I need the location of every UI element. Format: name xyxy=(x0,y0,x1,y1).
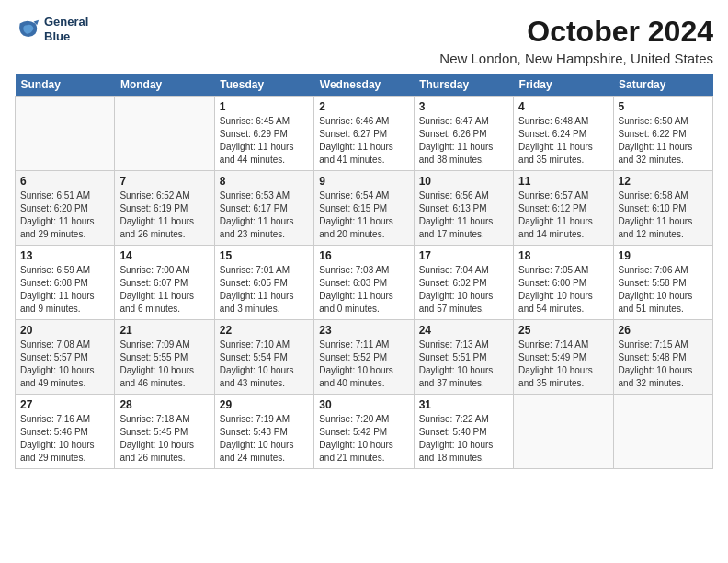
weekday-header-tuesday: Tuesday xyxy=(214,74,313,97)
weekday-header-monday: Monday xyxy=(115,74,214,97)
week-row-4: 20Sunrise: 7:08 AM Sunset: 5:57 PM Dayli… xyxy=(16,320,713,395)
week-row-3: 13Sunrise: 6:59 AM Sunset: 6:08 PM Dayli… xyxy=(16,246,713,320)
day-number: 16 xyxy=(319,249,408,262)
day-number: 12 xyxy=(619,175,708,188)
calendar-cell: 7Sunrise: 6:52 AM Sunset: 6:19 PM Daylig… xyxy=(115,171,214,246)
day-info: Sunrise: 7:10 AM Sunset: 5:54 PM Dayligh… xyxy=(220,339,309,390)
day-number: 18 xyxy=(518,249,608,262)
day-number: 1 xyxy=(220,100,309,113)
day-number: 28 xyxy=(119,398,209,411)
weekday-header-saturday: Saturday xyxy=(613,74,712,97)
day-info: Sunrise: 6:54 AM Sunset: 6:15 PM Dayligh… xyxy=(319,190,408,241)
calendar-cell: 25Sunrise: 7:14 AM Sunset: 5:49 PM Dayli… xyxy=(514,320,613,395)
weekday-header-wednesday: Wednesday xyxy=(314,74,414,97)
day-number: 7 xyxy=(119,175,209,188)
calendar-cell: 21Sunrise: 7:09 AM Sunset: 5:55 PM Dayli… xyxy=(115,320,214,395)
weekday-header-thursday: Thursday xyxy=(414,74,513,97)
calendar-cell: 12Sunrise: 6:58 AM Sunset: 6:10 PM Dayli… xyxy=(613,171,712,246)
day-info: Sunrise: 6:51 AM Sunset: 6:20 PM Dayligh… xyxy=(20,190,109,241)
day-number: 13 xyxy=(20,249,109,262)
calendar-cell: 22Sunrise: 7:10 AM Sunset: 5:54 PM Dayli… xyxy=(214,320,313,395)
day-number: 23 xyxy=(319,324,408,337)
day-number: 21 xyxy=(119,324,209,337)
calendar-cell: 2Sunrise: 6:46 AM Sunset: 6:27 PM Daylig… xyxy=(314,97,414,171)
weekday-header-sunday: Sunday xyxy=(16,74,115,97)
calendar-cell xyxy=(613,395,712,469)
day-number: 25 xyxy=(518,324,608,337)
calendar-cell: 5Sunrise: 6:50 AM Sunset: 6:22 PM Daylig… xyxy=(613,97,712,171)
calendar-cell: 30Sunrise: 7:20 AM Sunset: 5:42 PM Dayli… xyxy=(314,395,414,469)
weekday-header-row: SundayMondayTuesdayWednesdayThursdayFrid… xyxy=(16,74,713,97)
location-title: New London, New Hampshire, United States xyxy=(439,51,713,66)
calendar-cell: 15Sunrise: 7:01 AM Sunset: 6:05 PM Dayli… xyxy=(214,246,313,320)
day-info: Sunrise: 6:47 AM Sunset: 6:26 PM Dayligh… xyxy=(419,115,508,167)
day-info: Sunrise: 6:58 AM Sunset: 6:10 PM Dayligh… xyxy=(619,190,708,241)
calendar-cell: 17Sunrise: 7:04 AM Sunset: 6:02 PM Dayli… xyxy=(414,246,513,320)
calendar-cell: 18Sunrise: 7:05 AM Sunset: 6:00 PM Dayli… xyxy=(514,246,613,320)
day-number: 26 xyxy=(619,324,708,337)
day-number: 8 xyxy=(220,175,309,188)
calendar-cell xyxy=(115,97,214,171)
calendar-cell: 23Sunrise: 7:11 AM Sunset: 5:52 PM Dayli… xyxy=(314,320,414,395)
month-title: October 2024 xyxy=(439,15,713,49)
logo: General Blue xyxy=(15,15,88,43)
day-info: Sunrise: 7:15 AM Sunset: 5:48 PM Dayligh… xyxy=(619,339,708,390)
day-number: 2 xyxy=(319,100,408,113)
day-info: Sunrise: 6:48 AM Sunset: 6:24 PM Dayligh… xyxy=(518,115,608,167)
calendar-cell: 9Sunrise: 6:54 AM Sunset: 6:15 PM Daylig… xyxy=(314,171,414,246)
day-number: 15 xyxy=(220,249,309,262)
day-number: 31 xyxy=(419,398,508,411)
day-number: 14 xyxy=(119,249,209,262)
calendar-cell: 24Sunrise: 7:13 AM Sunset: 5:51 PM Dayli… xyxy=(414,320,513,395)
calendar-table: SundayMondayTuesdayWednesdayThursdayFrid… xyxy=(15,74,713,469)
title-block: October 2024 New London, New Hampshire, … xyxy=(439,15,713,66)
day-number: 29 xyxy=(220,398,309,411)
day-number: 20 xyxy=(20,324,109,337)
day-info: Sunrise: 7:00 AM Sunset: 6:07 PM Dayligh… xyxy=(119,264,209,316)
calendar-cell: 19Sunrise: 7:06 AM Sunset: 5:58 PM Dayli… xyxy=(613,246,712,320)
day-info: Sunrise: 7:05 AM Sunset: 6:00 PM Dayligh… xyxy=(518,264,608,316)
day-number: 27 xyxy=(20,398,109,411)
calendar-cell: 31Sunrise: 7:22 AM Sunset: 5:40 PM Dayli… xyxy=(414,395,513,469)
week-row-5: 27Sunrise: 7:16 AM Sunset: 5:46 PM Dayli… xyxy=(16,395,713,469)
day-number: 30 xyxy=(319,398,408,411)
day-info: Sunrise: 7:06 AM Sunset: 5:58 PM Dayligh… xyxy=(619,264,708,316)
day-info: Sunrise: 7:08 AM Sunset: 5:57 PM Dayligh… xyxy=(20,339,109,390)
day-info: Sunrise: 7:22 AM Sunset: 5:40 PM Dayligh… xyxy=(419,413,508,465)
day-info: Sunrise: 6:45 AM Sunset: 6:29 PM Dayligh… xyxy=(220,115,309,167)
week-row-1: 1Sunrise: 6:45 AM Sunset: 6:29 PM Daylig… xyxy=(16,97,713,171)
calendar-cell: 14Sunrise: 7:00 AM Sunset: 6:07 PM Dayli… xyxy=(115,246,214,320)
calendar-cell: 8Sunrise: 6:53 AM Sunset: 6:17 PM Daylig… xyxy=(214,171,313,246)
day-info: Sunrise: 7:09 AM Sunset: 5:55 PM Dayligh… xyxy=(119,339,209,390)
day-info: Sunrise: 6:50 AM Sunset: 6:22 PM Dayligh… xyxy=(619,115,708,167)
day-info: Sunrise: 6:46 AM Sunset: 6:27 PM Dayligh… xyxy=(319,115,408,167)
page-header: General Blue October 2024 New London, Ne… xyxy=(15,15,713,66)
week-row-2: 6Sunrise: 6:51 AM Sunset: 6:20 PM Daylig… xyxy=(16,171,713,246)
calendar-cell: 1Sunrise: 6:45 AM Sunset: 6:29 PM Daylig… xyxy=(214,97,313,171)
day-info: Sunrise: 7:04 AM Sunset: 6:02 PM Dayligh… xyxy=(419,264,508,316)
calendar-cell: 11Sunrise: 6:57 AM Sunset: 6:12 PM Dayli… xyxy=(514,171,613,246)
day-number: 6 xyxy=(20,175,109,188)
day-info: Sunrise: 7:01 AM Sunset: 6:05 PM Dayligh… xyxy=(220,264,309,316)
weekday-header-friday: Friday xyxy=(514,74,613,97)
day-info: Sunrise: 7:14 AM Sunset: 5:49 PM Dayligh… xyxy=(518,339,608,390)
day-number: 3 xyxy=(419,100,508,113)
logo-text: General Blue xyxy=(44,15,88,43)
day-info: Sunrise: 7:11 AM Sunset: 5:52 PM Dayligh… xyxy=(319,339,408,390)
calendar-cell: 13Sunrise: 6:59 AM Sunset: 6:08 PM Dayli… xyxy=(16,246,115,320)
day-info: Sunrise: 6:53 AM Sunset: 6:17 PM Dayligh… xyxy=(220,190,309,241)
day-number: 5 xyxy=(619,100,708,113)
day-number: 11 xyxy=(518,175,608,188)
calendar-cell xyxy=(16,97,115,171)
day-number: 9 xyxy=(319,175,408,188)
calendar-cell: 26Sunrise: 7:15 AM Sunset: 5:48 PM Dayli… xyxy=(613,320,712,395)
calendar-cell: 16Sunrise: 7:03 AM Sunset: 6:03 PM Dayli… xyxy=(314,246,414,320)
day-number: 10 xyxy=(419,175,508,188)
calendar-cell: 4Sunrise: 6:48 AM Sunset: 6:24 PM Daylig… xyxy=(514,97,613,171)
day-info: Sunrise: 7:03 AM Sunset: 6:03 PM Dayligh… xyxy=(319,264,408,316)
day-number: 22 xyxy=(220,324,309,337)
day-number: 24 xyxy=(419,324,508,337)
day-number: 4 xyxy=(518,100,608,113)
day-number: 19 xyxy=(619,249,708,262)
day-info: Sunrise: 7:13 AM Sunset: 5:51 PM Dayligh… xyxy=(419,339,508,390)
